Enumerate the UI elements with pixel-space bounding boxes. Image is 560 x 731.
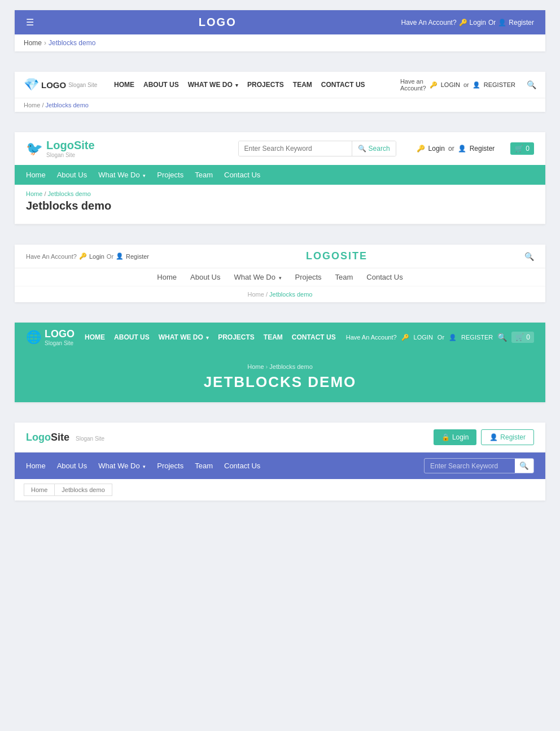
s2-nav-home[interactable]: HOME: [114, 81, 134, 89]
s3-login-link[interactable]: Login: [428, 145, 445, 153]
s5-register-link[interactable]: REGISTER: [461, 334, 493, 341]
s5-nav-projects[interactable]: PROJECTS: [218, 333, 255, 341]
s5-nav: HOME ABOUT US WHAT WE DO ▾ PROJECTS TEAM…: [85, 333, 336, 341]
s6-logo-part2: Site: [51, 432, 69, 443]
s6-register-label: Register: [500, 433, 526, 441]
s5-nav-about[interactable]: ABOUT US: [114, 333, 150, 341]
section5-breadcrumb-hero: Home › Jetblocks demo JETBLOCKS DEMO: [15, 352, 545, 402]
s3-breadcrumb-home[interactable]: Home: [26, 190, 42, 197]
s2-nav-whatwedo[interactable]: WHAT WE DO ▾: [188, 81, 238, 89]
s4-auth-area: Have An Account? 🔑 Login Or 👤 Register: [26, 253, 149, 260]
s2-breadcrumb: Home / Jetblocks demo: [15, 98, 545, 112]
s6-login-button[interactable]: 🔒 Login: [434, 429, 476, 445]
hamburger-icon[interactable]: ☰: [26, 17, 34, 28]
s6-tab-home[interactable]: Home: [24, 484, 54, 496]
s1-auth-area: Have An Account? 🔑 Login Or 👤 Register: [401, 19, 534, 27]
s3-nav-whatwedo[interactable]: What We Do ▾: [98, 171, 146, 179]
s5-register-icon: 👤: [449, 334, 457, 341]
s1-login-icon: 🔑: [459, 19, 467, 27]
section4-top: Have An Account? 🔑 Login Or 👤 Register L…: [15, 245, 545, 268]
s3-nav-home[interactable]: Home: [26, 171, 46, 179]
s4-nav-team[interactable]: Team: [335, 273, 353, 281]
s3-cart-count: 0: [526, 145, 530, 153]
section1-header: ☰ LOGO Have An Account? 🔑 Login Or 👤 Reg…: [15, 10, 545, 34]
s6-logo-wrap: LogoSite Slogan Site: [26, 432, 104, 443]
s3-nav-contact[interactable]: Contact Us: [224, 171, 260, 179]
s5-nav-team[interactable]: TEAM: [264, 333, 283, 341]
s3-cart-icon: 🛒: [515, 145, 523, 153]
s5-logo-area: 🌐 LOGO Slogan Site: [26, 328, 75, 346]
s1-breadcrumb: Home › Jetblocks demo: [15, 34, 545, 51]
s5-login-link[interactable]: LOGIN: [414, 334, 433, 341]
s2-or: or: [463, 81, 469, 88]
s6-logo-slogan: Slogan Site: [76, 436, 104, 442]
section5-header: 🌐 LOGO Slogan Site HOME ABOUT US WHAT WE…: [15, 323, 545, 352]
s5-nav-contact[interactable]: CONTACT US: [292, 333, 336, 341]
s1-auth-prefix: Have An Account?: [401, 19, 457, 27]
s3-search-button[interactable]: 🔍 Search: [352, 141, 396, 156]
s3-or: or: [448, 145, 454, 153]
s3-nav-projects[interactable]: Projects: [157, 171, 183, 179]
s4-nav-contact[interactable]: Contact Us: [366, 273, 403, 281]
s6-logo-part1: Logo: [26, 432, 51, 443]
s1-register-link[interactable]: Register: [509, 19, 534, 27]
s2-breadcrumb-current[interactable]: Jetblocks demo: [46, 102, 89, 108]
s1-breadcrumb-current[interactable]: Jetblocks demo: [49, 39, 95, 47]
s2-nav-team[interactable]: TEAM: [293, 81, 312, 89]
s5-nav-whatwedo[interactable]: WHAT WE DO ▾: [159, 333, 209, 341]
s4-auth-prefix: Have An Account?: [26, 253, 77, 260]
s1-login-link[interactable]: Login: [470, 19, 486, 27]
s3-breadcrumb-current[interactable]: Jetblocks demo: [48, 190, 91, 197]
s5-breadcrumb-current[interactable]: Jetblocks demo: [269, 363, 312, 370]
s2-register-icon: 👤: [473, 81, 480, 89]
s3-search-input[interactable]: [239, 141, 352, 156]
s4-login-icon: 🔑: [79, 253, 87, 260]
s5-cart[interactable]: 🛒 0: [511, 332, 534, 343]
s4-nav-home[interactable]: Home: [157, 273, 177, 281]
s4-search-icon[interactable]: 🔍: [524, 252, 534, 261]
s6-nav-whatwedo[interactable]: What We Do ▾: [98, 462, 146, 470]
s4-login-link[interactable]: Login: [89, 253, 104, 260]
s2-search-icon[interactable]: 🔍: [527, 80, 536, 89]
s6-nav-projects[interactable]: Projects: [157, 462, 183, 470]
s4-register-link[interactable]: Register: [126, 253, 149, 260]
s2-login-link[interactable]: LOGIN: [441, 81, 460, 88]
s3-nav-about[interactable]: About Us: [57, 171, 87, 179]
s3-cart[interactable]: 🛒 0: [510, 142, 534, 155]
s2-nav-about[interactable]: ABOUT US: [143, 81, 179, 89]
s4-or: Or: [107, 253, 113, 260]
s3-logo-main: LogoSite: [46, 139, 95, 151]
s5-auth-area: Have An Account? 🔑 LOGIN Or 👤 REGISTER 🔍…: [346, 332, 534, 343]
s6-search-input[interactable]: [425, 459, 515, 473]
s6-logo-name: LogoSite Slogan Site: [26, 432, 104, 443]
s6-logo-text: LogoSite: [26, 432, 72, 443]
s6-tab-current[interactable]: Jetblocks demo: [54, 484, 112, 496]
s6-nav-home[interactable]: Home: [26, 462, 46, 470]
s6-nav-team[interactable]: Team: [195, 462, 213, 470]
s4-nav-whatwedo[interactable]: What We Do ▾: [234, 273, 282, 281]
s2-nav-projects[interactable]: PROJECTS: [247, 81, 284, 89]
s5-nav-home[interactable]: HOME: [85, 333, 105, 341]
s3-register-link[interactable]: Register: [470, 145, 495, 153]
s4-nav-about[interactable]: About Us: [190, 273, 220, 281]
s4-breadcrumb-current[interactable]: Jetblocks demo: [269, 291, 312, 298]
s6-register-button[interactable]: 👤 Register: [481, 429, 534, 445]
s6-nav-contact[interactable]: Contact Us: [224, 462, 260, 470]
s3-register-icon: 👤: [458, 145, 466, 153]
s5-logo-slogan: Slogan Site: [45, 340, 75, 346]
s5-search-icon[interactable]: 🔍: [497, 333, 507, 342]
s4-nav-projects[interactable]: Projects: [295, 273, 322, 281]
s4-breadcrumb-home: Home /: [248, 291, 268, 298]
s2-nav-contact[interactable]: CONTACT US: [321, 81, 365, 89]
s6-search-button[interactable]: 🔍: [515, 459, 533, 473]
s6-login-label: Login: [452, 433, 469, 441]
s3-nav-team[interactable]: Team: [195, 171, 213, 179]
s6-auth-btns: 🔒 Login 👤 Register: [434, 429, 534, 445]
s3-logo-part1: Logo: [46, 139, 74, 151]
s2-breadcrumb-home: Home /: [24, 102, 43, 108]
s2-register-link[interactable]: REGISTER: [484, 81, 515, 88]
s5-breadcrumb-path: Home › Jetblocks demo: [26, 363, 534, 370]
s5-breadcrumb-home[interactable]: Home: [247, 363, 264, 370]
s3-bird-icon: 🐦: [26, 141, 43, 156]
s6-nav-about[interactable]: About Us: [57, 462, 87, 470]
